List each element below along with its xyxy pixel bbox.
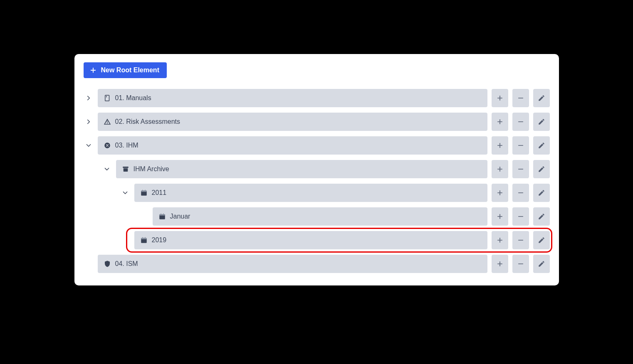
- book-icon: [104, 94, 111, 102]
- plus-icon: [89, 66, 97, 74]
- tree: 01. Manuals02. Risk Assessments03. IHMIH…: [84, 89, 550, 273]
- add-child-button[interactable]: [492, 113, 508, 131]
- edit-button[interactable]: [533, 89, 550, 107]
- remove-button[interactable]: [512, 160, 529, 178]
- tree-panel: New Root Element 01. Manuals02. Risk Ass…: [74, 54, 559, 285]
- tree-item-label: 2019: [152, 236, 167, 244]
- minus-icon: [517, 260, 524, 268]
- new-root-element-label: New Root Element: [101, 66, 159, 74]
- tree-row: 02. Risk Assessments: [84, 113, 550, 131]
- plus-icon: [496, 165, 504, 173]
- add-child-button[interactable]: [492, 207, 508, 226]
- chevron-down-icon: [85, 142, 92, 149]
- chevron-down-icon: [103, 165, 111, 173]
- expand-button[interactable]: [84, 117, 94, 127]
- pencil-icon: [538, 142, 545, 149]
- plus-icon: [496, 142, 504, 149]
- add-child-button[interactable]: [492, 255, 508, 273]
- remove-button[interactable]: [512, 89, 529, 107]
- minus-icon: [517, 165, 524, 173]
- edit-button[interactable]: [533, 136, 550, 155]
- remove-button[interactable]: [512, 207, 529, 226]
- add-child-button[interactable]: [492, 184, 508, 202]
- plus-icon: [496, 260, 504, 268]
- pencil-icon: [538, 94, 545, 102]
- archive-icon: [122, 165, 129, 173]
- expand-column: [102, 164, 112, 174]
- tree-row: Januar: [84, 207, 550, 226]
- tree-item-label: 02. Risk Assessments: [115, 118, 181, 125]
- edit-button[interactable]: [533, 160, 550, 178]
- remove-button[interactable]: [512, 184, 529, 202]
- remove-button[interactable]: [512, 255, 529, 273]
- edit-button[interactable]: [533, 113, 550, 131]
- tree-item[interactable]: 03. IHM: [98, 136, 487, 155]
- plus-icon: [496, 189, 504, 197]
- expand-column: [120, 188, 130, 198]
- tree-item[interactable]: IHM Archive: [116, 160, 487, 178]
- minus-icon: [517, 236, 524, 244]
- calendar-icon: [140, 236, 148, 244]
- new-root-element-button[interactable]: New Root Element: [84, 62, 167, 78]
- collapse-button[interactable]: [84, 140, 94, 150]
- tree-item-label: 2011: [152, 189, 167, 197]
- calendar-icon: [140, 189, 148, 197]
- expand-column: [84, 117, 94, 127]
- add-child-button[interactable]: [492, 160, 508, 178]
- pencil-icon: [538, 260, 545, 268]
- remove-button[interactable]: [512, 231, 529, 249]
- minus-icon: [517, 94, 524, 102]
- calendar-icon: [158, 213, 166, 220]
- tree-item[interactable]: 01. Manuals: [98, 89, 487, 107]
- plus-icon: [496, 94, 504, 102]
- tree-row: 01. Manuals: [84, 89, 550, 107]
- edit-button[interactable]: [533, 231, 550, 249]
- add-child-button[interactable]: [492, 136, 508, 155]
- minus-icon: [517, 213, 524, 220]
- tree-item[interactable]: Januar: [153, 207, 487, 226]
- tree-row: 04. ISM: [84, 255, 550, 273]
- warning-icon: [104, 118, 111, 125]
- plus-icon: [496, 118, 504, 125]
- plus-icon: [496, 236, 504, 244]
- chevron-down-icon: [121, 189, 129, 197]
- expand-column: [84, 140, 94, 150]
- tree-row: 2019: [84, 231, 550, 249]
- minus-icon: [517, 118, 524, 125]
- pencil-icon: [538, 213, 545, 220]
- add-child-button[interactable]: [492, 89, 508, 107]
- chevron-right-icon: [85, 118, 92, 125]
- tree-item-label: 03. IHM: [115, 142, 138, 149]
- remove-button[interactable]: [512, 136, 529, 155]
- tree-item-label: 01. Manuals: [115, 94, 151, 102]
- minus-icon: [517, 142, 524, 149]
- tree-item-label: IHM Archive: [134, 165, 169, 173]
- add-child-button[interactable]: [492, 231, 508, 249]
- edit-button[interactable]: [533, 184, 550, 202]
- pencil-icon: [538, 189, 545, 197]
- plus-icon: [496, 213, 504, 220]
- tree-item[interactable]: 02. Risk Assessments: [98, 113, 487, 131]
- edit-button[interactable]: [533, 207, 550, 226]
- tree-item-label: Januar: [170, 213, 190, 220]
- pencil-icon: [538, 236, 545, 244]
- tree-item-label: 04. ISM: [115, 260, 138, 268]
- circle-x-icon: [104, 142, 111, 149]
- expand-button[interactable]: [84, 93, 94, 103]
- remove-button[interactable]: [512, 113, 529, 131]
- tree-row: 03. IHM: [84, 136, 550, 155]
- pencil-icon: [538, 118, 545, 125]
- chevron-right-icon: [85, 94, 92, 102]
- edit-button[interactable]: [533, 255, 550, 273]
- collapse-button[interactable]: [120, 188, 130, 198]
- minus-icon: [517, 189, 524, 197]
- pencil-icon: [538, 165, 545, 173]
- expand-column: [84, 93, 94, 103]
- tree-item[interactable]: 04. ISM: [98, 255, 487, 273]
- tree-item[interactable]: 2019: [134, 231, 487, 249]
- tree-row: 2011: [84, 184, 550, 202]
- tree-row: IHM Archive: [84, 160, 550, 178]
- tree-item[interactable]: 2011: [134, 184, 487, 202]
- shield-icon: [104, 260, 111, 268]
- collapse-button[interactable]: [102, 164, 112, 174]
